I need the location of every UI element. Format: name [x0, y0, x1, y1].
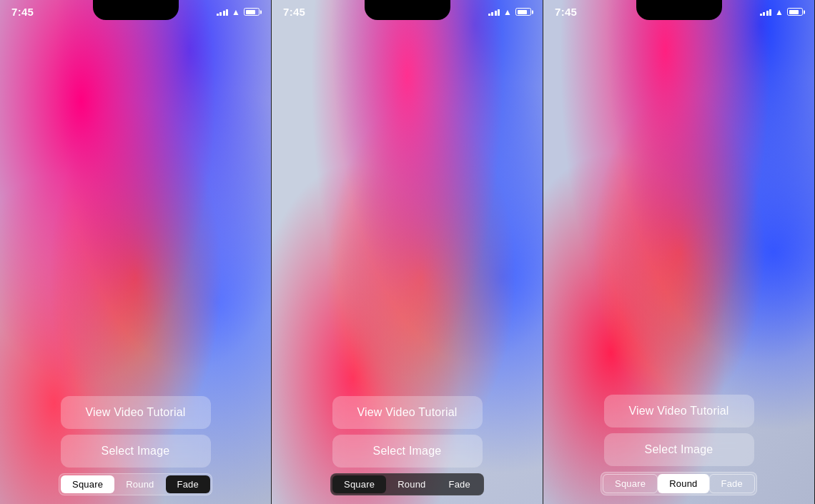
status-time-1: 7:45: [11, 6, 34, 18]
bottom-overlay-2: View Video Tutorial Select Image Square …: [272, 396, 543, 504]
seg-round-1[interactable]: Round: [114, 475, 165, 493]
segmented-control-3: Square Round Fade: [601, 472, 757, 495]
segmented-control-2: Square Round Fade: [330, 473, 484, 495]
seg-square-3[interactable]: Square: [603, 474, 658, 493]
view-tutorial-button-1[interactable]: View Video Tutorial: [61, 396, 211, 429]
seg-square-2[interactable]: Square: [332, 475, 386, 493]
status-time-2: 7:45: [283, 6, 305, 18]
select-image-button-1[interactable]: Select Image: [61, 435, 211, 468]
wifi-icon-3: ▲: [775, 7, 784, 17]
view-tutorial-button-2[interactable]: View Video Tutorial: [332, 396, 483, 429]
status-icons-1: ▲: [217, 7, 260, 17]
battery-icon-2: [515, 8, 531, 16]
phone-screen-1: 7:45 ▲ View Video Tutorial Select Image …: [0, 0, 272, 504]
status-time-3: 7:45: [555, 6, 577, 18]
wifi-icon-2: ▲: [503, 7, 512, 17]
select-image-button-2[interactable]: Select Image: [332, 435, 483, 468]
seg-fade-1[interactable]: Fade: [166, 475, 210, 493]
notch-2: [365, 0, 450, 20]
signal-icon-2: [488, 8, 500, 16]
battery-icon-3: [787, 8, 803, 16]
signal-icon-3: [760, 8, 772, 16]
notch-1: [93, 0, 179, 20]
segmented-control-1: Square Round Fade: [59, 473, 212, 495]
seg-round-3[interactable]: Round: [658, 474, 708, 493]
status-icons-2: ▲: [488, 7, 531, 17]
signal-icon-1: [217, 8, 229, 16]
bottom-overlay-1: View Video Tutorial Select Image Square …: [0, 396, 271, 504]
view-tutorial-button-3[interactable]: View Video Tutorial: [604, 395, 754, 428]
phone-screen-2: 7:45 ▲ View Video Tutorial Select Image …: [272, 0, 543, 504]
seg-square-1[interactable]: Square: [61, 475, 114, 493]
seg-round-2[interactable]: Round: [386, 475, 437, 493]
notch-3: [636, 0, 722, 20]
bottom-overlay-3: View Video Tutorial Select Image Square …: [543, 395, 814, 504]
battery-icon-1: [244, 8, 260, 16]
seg-fade-3[interactable]: Fade: [709, 474, 755, 493]
select-image-button-3[interactable]: Select Image: [604, 433, 754, 466]
phone-screen-3: 7:45 ▲ View Video Tutorial Select Image …: [543, 0, 815, 504]
status-icons-3: ▲: [760, 7, 803, 17]
wifi-icon-1: ▲: [232, 7, 240, 17]
seg-fade-2[interactable]: Fade: [438, 475, 482, 493]
